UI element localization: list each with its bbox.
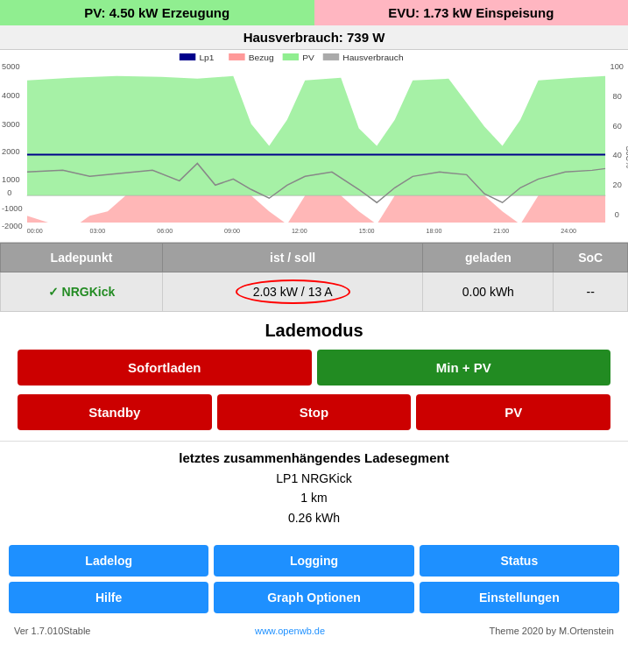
svg-text:2000: 2000 [2, 148, 19, 157]
segment-line2: 1 km [18, 488, 610, 507]
svg-text:Lp1: Lp1 [199, 53, 214, 62]
lademodus-section: Lademodus Sofortladen Min + PV Standby S… [0, 312, 628, 441]
footer-theme: Theme 2020 by M.Ortenstein [490, 626, 614, 636]
ladelog-button[interactable]: Ladelog [9, 545, 208, 577]
segment-title: letztes zusammenhängendes Ladesegment [18, 450, 610, 465]
lademodus-row1: Sofortladen Min + PV [18, 350, 610, 386]
pv-button[interactable]: PV [416, 394, 610, 430]
svg-text:03:00: 03:00 [89, 228, 105, 234]
geladen-cell: 0.00 kWh [423, 272, 554, 312]
svg-text:40: 40 [613, 152, 622, 160]
svg-text:PV: PV [302, 53, 314, 62]
svg-text:12:00: 12:00 [292, 228, 307, 234]
svg-text:24:00: 24:00 [561, 228, 576, 234]
svg-rect-3 [229, 53, 244, 60]
svg-text:5000: 5000 [2, 62, 19, 71]
svg-text:80: 80 [613, 92, 622, 101]
svg-rect-5 [283, 53, 299, 60]
svg-text:00:00: 00:00 [27, 228, 43, 234]
svg-text:0: 0 [7, 188, 11, 197]
svg-rect-7 [323, 53, 339, 60]
svg-text:20: 20 [613, 180, 622, 189]
svg-text:SoC%: SoC% [624, 146, 628, 168]
col-ladepunkt: Ladepunkt [1, 244, 163, 272]
svg-text:1000: 1000 [2, 175, 19, 184]
svg-text:100: 100 [610, 62, 624, 71]
lademodus-row2: Standby Stop PV [18, 394, 610, 430]
segment-line3: 0.26 kWh [18, 508, 610, 527]
ist-soll-cell: 2.03 kW / 13 A [162, 272, 422, 312]
svg-text:Hausverbrauch: Hausverbrauch [342, 53, 403, 62]
footer: Ver 1.7.010Stable www.openwb.de Theme 20… [0, 622, 628, 640]
pv-header: PV: 4.50 kW Erzeugung [0, 0, 314, 25]
nrgkick-cell: ✓ NRGKick [1, 272, 163, 312]
hilfe-button[interactable]: Hilfe [9, 582, 208, 613]
segment-line1: LP1 NRGKick [18, 469, 610, 488]
graph-optionen-button[interactable]: Graph Optionen [214, 582, 413, 613]
chart-area: Lp1 Bezug PV Hausverbrauch 5000 4000 300… [0, 50, 628, 243]
hausverbrauch-row: Hausverbrauch: 739 W [0, 25, 628, 50]
status-button[interactable]: Status [420, 545, 619, 577]
svg-text:18:00: 18:00 [427, 228, 442, 234]
svg-text:-2000: -2000 [2, 222, 23, 230]
segment-info: LP1 NRGKick 1 km 0.26 kWh [18, 469, 610, 527]
svg-text:15:00: 15:00 [359, 228, 375, 234]
col-geladen: geladen [423, 244, 554, 272]
col-ist-soll: ist / soll [162, 244, 422, 272]
lademodus-title: Lademodus [18, 321, 610, 341]
svg-text:-1000: -1000 [2, 204, 23, 213]
svg-text:09:00: 09:00 [224, 228, 240, 234]
sofortladen-button[interactable]: Sofortladen [18, 350, 312, 386]
svg-rect-1 [180, 53, 195, 60]
charging-table: Ladepunkt ist / soll geladen SoC ✓ NRGKi… [0, 243, 628, 312]
standby-button[interactable]: Standby [18, 394, 212, 430]
header-row: PV: 4.50 kW Erzeugung EVU: 1.73 kW Einsp… [0, 0, 628, 25]
stop-button[interactable]: Stop [217, 394, 412, 430]
footer-website[interactable]: www.openwb.de [255, 626, 325, 636]
svg-text:Bezug: Bezug [249, 53, 274, 62]
check-icon: ✓ [48, 285, 62, 299]
svg-text:0: 0 [615, 210, 619, 219]
bottom-buttons-row1: Ladelog Logging Status Hilfe Graph Optio… [0, 536, 628, 617]
col-soc: SoC [554, 244, 628, 272]
soc-cell: -- [554, 272, 628, 312]
svg-text:60: 60 [613, 122, 622, 131]
svg-text:3000: 3000 [2, 120, 19, 129]
svg-text:06:00: 06:00 [157, 228, 173, 234]
footer-version: Ver 1.7.010Stable [14, 626, 90, 636]
einstellungen-button[interactable]: Einstellungen [420, 582, 619, 613]
min-pv-button[interactable]: Min + PV [317, 350, 611, 386]
svg-text:4000: 4000 [2, 91, 19, 100]
segment-section: letztes zusammenhängendes Ladesegment LP… [0, 441, 628, 536]
ist-soll-value: 2.03 kW / 13 A [236, 279, 350, 304]
svg-text:21:00: 21:00 [493, 228, 509, 234]
evu-header: EVU: 1.73 kW Einspeisung [314, 0, 629, 25]
logging-button[interactable]: Logging [214, 545, 413, 577]
table-row: ✓ NRGKick 2.03 kW / 13 A 0.00 kWh -- [1, 272, 628, 312]
